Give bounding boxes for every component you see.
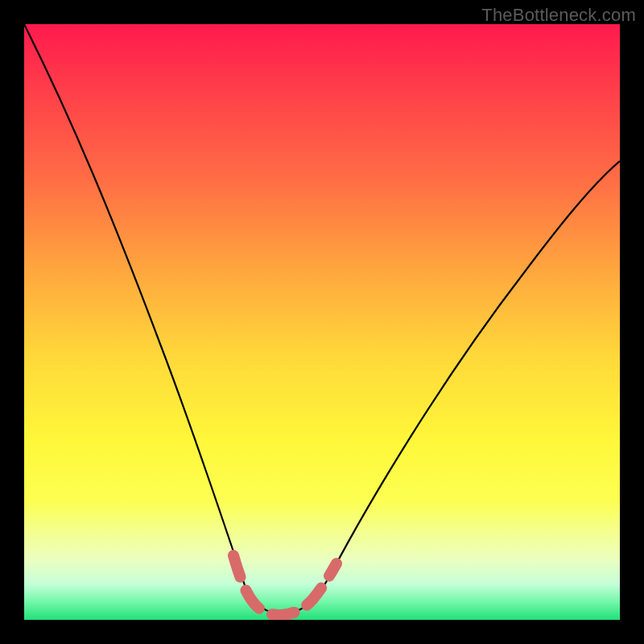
chart-frame: TheBottleneck.com [0,0,644,644]
watermark-text: TheBottleneck.com [481,5,636,26]
gradient-background [24,24,620,620]
plot-area [24,24,620,620]
